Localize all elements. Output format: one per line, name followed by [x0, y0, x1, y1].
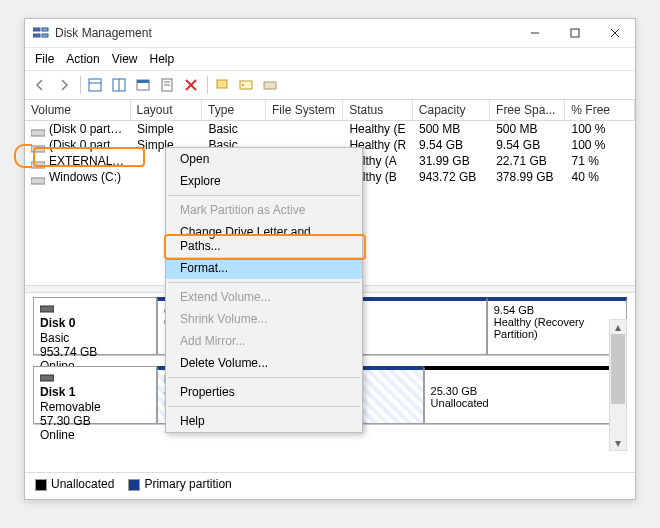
disk0-partition-recovery[interactable]: 9.54 GB Healthy (Recovery Partition) — [487, 297, 627, 355]
drive-icon — [31, 142, 45, 150]
svg-point-21 — [242, 84, 244, 86]
col-capacity[interactable]: Capacity — [413, 100, 490, 120]
ctx-separator — [168, 282, 360, 283]
svg-rect-5 — [571, 29, 579, 37]
ctx-separator — [168, 195, 360, 196]
svg-rect-3 — [42, 34, 48, 37]
ctx-format[interactable]: Format... — [166, 257, 362, 279]
minimize-button[interactable] — [515, 19, 555, 47]
ctx-separator — [168, 406, 360, 407]
ctx-open[interactable]: Open — [166, 148, 362, 170]
ctx-extend: Extend Volume... — [166, 286, 362, 308]
forward-icon[interactable] — [53, 75, 75, 95]
back-icon[interactable] — [29, 75, 51, 95]
col-filesystem[interactable]: File System — [266, 100, 343, 120]
scroll-thumb[interactable] — [611, 334, 625, 404]
svg-rect-13 — [137, 80, 149, 83]
ctx-shrink: Shrink Volume... — [166, 308, 362, 330]
svg-rect-28 — [40, 375, 54, 381]
context-menu: Open Explore Mark Partition as Active Ch… — [165, 147, 363, 433]
menu-action[interactable]: Action — [66, 52, 99, 66]
ctx-change-letter[interactable]: Change Drive Letter and Paths... — [166, 221, 362, 257]
scroll-up-icon[interactable]: ▴ — [610, 320, 626, 334]
svg-rect-2 — [42, 28, 48, 31]
drive-icon — [31, 174, 45, 182]
ctx-delete[interactable]: Delete Volume... — [166, 352, 362, 374]
status-bar: Unallocated Primary partition — [25, 472, 635, 499]
removable-icon — [40, 371, 54, 385]
volume-list-header: Volume Layout Type File System Status Ca… — [25, 100, 635, 121]
svg-rect-27 — [40, 306, 54, 312]
menu-view[interactable]: View — [112, 52, 138, 66]
settings-icon[interactable] — [132, 75, 154, 95]
menubar: File Action View Help — [25, 48, 635, 71]
detach-icon[interactable] — [259, 75, 281, 95]
legend-unallocated: Unallocated — [35, 477, 114, 491]
close-button[interactable] — [595, 19, 635, 47]
disk-0-label[interactable]: Disk 0 Basic 953.74 GB Online — [33, 297, 157, 355]
disk-management-window: Disk Management File Action View Help Vo… — [24, 18, 636, 500]
titlebar[interactable]: Disk Management — [25, 19, 635, 48]
svg-rect-0 — [33, 28, 40, 31]
col-type[interactable]: Type — [202, 100, 266, 120]
ctx-mark-active: Mark Partition as Active — [166, 199, 362, 221]
disk-1-label[interactable]: Disk 1 Removable 57.30 GB Online — [33, 366, 157, 424]
drive-icon — [31, 126, 45, 134]
highlight-arc — [14, 144, 32, 168]
svg-rect-23 — [31, 130, 45, 136]
hdd-icon — [40, 302, 54, 316]
rescan-icon[interactable] — [235, 75, 257, 95]
col-free-space[interactable]: Free Spa... — [490, 100, 565, 120]
ctx-explore[interactable]: Explore — [166, 170, 362, 192]
menu-file[interactable]: File — [35, 52, 54, 66]
scrollbar-vertical[interactable]: ▴ ▾ — [609, 319, 627, 451]
action-center-icon[interactable] — [211, 75, 233, 95]
window-title: Disk Management — [55, 26, 515, 40]
svg-rect-19 — [217, 80, 227, 88]
svg-rect-26 — [31, 178, 45, 184]
disk1-unallocated[interactable]: 25.30 GB Unallocated — [424, 366, 627, 424]
view-large-icon[interactable] — [84, 75, 106, 95]
toolbar — [25, 71, 635, 100]
legend-primary: Primary partition — [128, 477, 231, 491]
delete-icon[interactable] — [180, 75, 202, 95]
app-icon — [33, 26, 49, 40]
svg-rect-1 — [33, 34, 40, 37]
col-pct-free[interactable]: % Free — [565, 100, 635, 120]
ctx-properties[interactable]: Properties — [166, 381, 362, 403]
volume-row[interactable]: (Disk 0 partition 1) Simple Basic Health… — [25, 121, 635, 137]
ctx-help[interactable]: Help — [166, 410, 362, 432]
svg-rect-8 — [89, 79, 101, 91]
scroll-down-icon[interactable]: ▾ — [610, 436, 626, 450]
menu-help[interactable]: Help — [150, 52, 175, 66]
maximize-button[interactable] — [555, 19, 595, 47]
col-volume[interactable]: Volume — [25, 100, 131, 120]
ctx-separator — [168, 377, 360, 378]
svg-rect-24 — [31, 146, 45, 152]
col-status[interactable]: Status — [343, 100, 413, 120]
svg-rect-22 — [264, 82, 276, 89]
col-layout[interactable]: Layout — [131, 100, 203, 120]
svg-rect-25 — [31, 162, 45, 168]
drive-icon — [31, 158, 45, 166]
svg-rect-20 — [240, 81, 252, 89]
ctx-add-mirror: Add Mirror... — [166, 330, 362, 352]
properties-icon[interactable] — [156, 75, 178, 95]
show-hide-icon[interactable] — [108, 75, 130, 95]
